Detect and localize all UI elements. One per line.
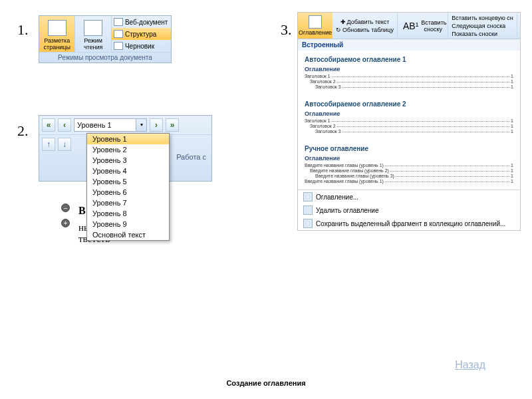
demote-button[interactable]: › <box>150 118 163 132</box>
save-icon <box>303 219 313 228</box>
toc-preview-header: Оглавление <box>305 66 513 72</box>
save-selection-menu-item[interactable]: Сохранить выделенный фрагмент в коллекци… <box>298 217 520 230</box>
toc-preview-line: Введите название главы (уровень 2)1 <box>305 168 513 173</box>
outline-label: Структура <box>125 31 156 38</box>
reading-mode-icon <box>84 20 102 36</box>
outline-icon <box>114 30 123 38</box>
ab-footnote-icon[interactable]: AB¹ <box>400 21 421 31</box>
web-layout-icon <box>114 18 123 26</box>
level-option[interactable]: Уровень 7 <box>87 198 169 208</box>
page-layout-icon <box>48 20 66 36</box>
outline-level-combo[interactable]: Уровень 1▾ <box>74 118 147 132</box>
step-number-3: 3. <box>281 21 292 39</box>
page-title: Создание оглавления <box>0 379 532 387</box>
level-option[interactable]: Уровень 9 <box>87 219 169 229</box>
toc-small-icon <box>303 192 313 201</box>
gallery-item-title: Автособираемое оглавление 2 <box>305 100 513 108</box>
toc-preview-line: Заголовок 21 <box>305 124 513 128</box>
toc-gallery-item[interactable]: Автособираемое оглавление 1ОглавлениеЗаг… <box>298 51 520 95</box>
toc-button-label: Оглавление <box>299 29 332 36</box>
toc-button[interactable]: Оглавление <box>298 13 332 39</box>
toc-icon <box>309 15 322 29</box>
context-tab-label: Работа с <box>176 153 206 161</box>
outline-level-dropdown: Уровень 1Уровень 2Уровень 3Уровень 4Уров… <box>86 133 170 241</box>
promote-button[interactable]: ‹ <box>58 118 71 132</box>
web-layout-label: Веб-документ <box>125 19 168 26</box>
show-footnotes-button[interactable]: Показать сноски <box>451 30 498 38</box>
expand-icon[interactable]: + <box>61 219 70 227</box>
demote-to-body-button[interactable]: » <box>166 118 179 132</box>
insert-footnote-button[interactable]: Вставить сноску <box>421 19 445 33</box>
toc-gallery-item[interactable]: Автособираемое оглавление 2ОглавлениеЗаг… <box>298 95 520 140</box>
gallery-item-title: Ручное оглавление <box>305 145 513 152</box>
toc-preview-line: Заголовок 11 <box>305 74 513 78</box>
level-option[interactable]: Уровень 1 <box>87 134 169 144</box>
level-option[interactable]: Уровень 6 <box>87 187 169 198</box>
remove-icon <box>303 205 313 215</box>
reading-mode-button[interactable]: Режим чтения <box>75 16 111 52</box>
next-footnote-button[interactable]: Следующая сноска <box>451 22 506 30</box>
view-modes-panel: Разметка страницы Режим чтения Веб-докум… <box>39 15 172 63</box>
chevron-down-icon: ▾ <box>136 119 146 131</box>
web-layout-button[interactable]: Веб-документ <box>112 16 171 28</box>
gallery-item-title: Автособираемое оглавление 1 <box>305 56 513 63</box>
toc-preview-header: Оглавление <box>305 155 513 162</box>
draft-button[interactable]: Черновик <box>112 40 171 52</box>
toc-preview-line: Введите название главы (уровень 3)1 <box>305 174 513 178</box>
toc-preview-header: Оглавление <box>305 110 513 117</box>
level-option[interactable]: Уровень 3 <box>87 155 169 166</box>
toc-gallery-item[interactable]: Ручное оглавлениеОглавлениеВведите назва… <box>298 140 520 190</box>
outline-level-value: Уровень 1 <box>77 121 112 129</box>
refresh-icon: ↻ <box>336 27 341 33</box>
add-text-button[interactable]: ✚Добавить текст <box>340 18 390 26</box>
page-layout-button[interactable]: Разметка страницы <box>39 16 75 52</box>
plus-icon: ✚ <box>340 19 346 25</box>
draft-icon <box>114 42 123 50</box>
level-option[interactable]: Уровень 8 <box>87 208 169 219</box>
toc-dialog-menu-item[interactable]: Оглавление... <box>298 190 520 203</box>
toc-preview-line: Введите название главы (уровень 1)1 <box>305 163 513 168</box>
toc-preview-line: Заголовок 31 <box>305 129 513 134</box>
view-modes-group-title: Режимы просмотра документа <box>39 52 171 63</box>
promote-to-top-button[interactable]: « <box>42 118 55 132</box>
toc-gallery-panel: Оглавление ✚Добавить текст ↻Обновить таб… <box>297 12 521 231</box>
back-link[interactable]: Назад <box>455 359 485 371</box>
level-option[interactable]: Уровень 5 <box>87 176 169 187</box>
draft-label: Черновик <box>125 43 154 50</box>
level-option[interactable]: Основной текст <box>87 229 169 240</box>
gallery-section-header: Встроенный <box>298 39 520 51</box>
reading-mode-label: Режим чтения <box>75 37 110 51</box>
outline-button[interactable]: Структура <box>112 28 171 40</box>
remove-toc-menu-item[interactable]: Удалить оглавление <box>298 203 520 217</box>
toc-preview-line: Заголовок 31 <box>305 84 513 89</box>
toc-preview-line: Заголовок 21 <box>305 79 513 84</box>
step-number-2: 2. <box>17 122 29 140</box>
collapse-icon[interactable]: – <box>61 203 70 212</box>
toc-preview-line: Заголовок 11 <box>305 118 513 123</box>
toc-preview-line: Введите название главы (уровень 1)1 <box>305 179 513 184</box>
move-down-button[interactable]: ↓ <box>58 138 71 151</box>
update-table-button[interactable]: ↻Обновить таблицу <box>335 26 394 34</box>
move-up-button[interactable]: ↑ <box>42 138 55 151</box>
page-layout-label: Разметка страницы <box>39 37 74 51</box>
insert-endnote-button[interactable]: Вставить концевую сн <box>451 14 514 22</box>
step-number-1: 1. <box>17 21 29 39</box>
level-option[interactable]: Уровень 2 <box>87 144 169 155</box>
level-option[interactable]: Уровень 4 <box>87 166 169 176</box>
